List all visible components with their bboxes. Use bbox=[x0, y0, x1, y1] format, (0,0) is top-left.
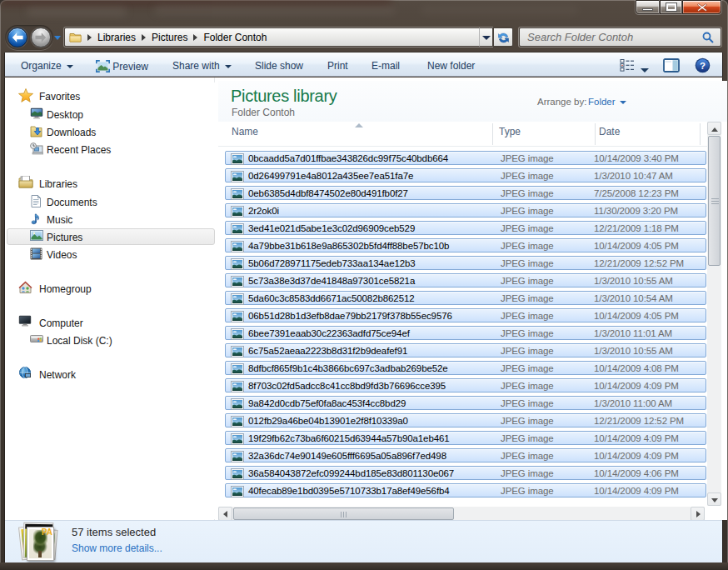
svg-text:?: ? bbox=[700, 61, 706, 71]
